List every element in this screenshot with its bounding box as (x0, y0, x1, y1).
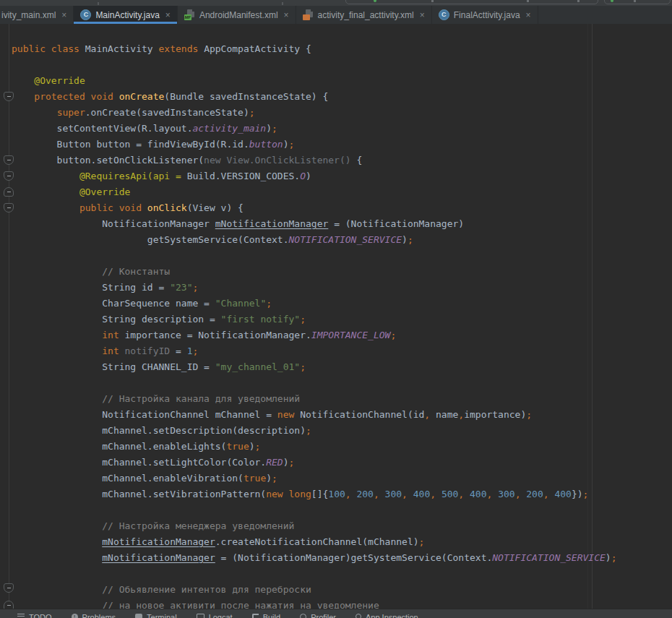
code-token: ; (272, 123, 277, 134)
code-token: ; (611, 552, 617, 563)
code-line[interactable]: getSystemService(Context.NOTIFICATION_SE… (12, 232, 672, 248)
code-token: @Override (12, 186, 130, 197)
code-line[interactable]: String description = "first notify"; (12, 312, 672, 327)
code-token: "my_channel_01" (215, 361, 300, 372)
code-line[interactable]: mNotificationManager.createNotificationC… (12, 534, 672, 550)
statusbar-item-terminal[interactable]: Terminal (135, 613, 177, 618)
code-token: // на новое активити после нажатия на ув… (12, 600, 379, 609)
code-token: 300 (498, 489, 514, 499)
code-token (12, 552, 102, 563)
code-token: int (12, 346, 125, 356)
problems-icon: ! (72, 614, 78, 618)
run-configuration-widget[interactable] (345, 0, 598, 4)
code-token: setContentView(R.layout. (12, 123, 192, 134)
code-token: new (277, 409, 294, 420)
code-line[interactable]: NotificationManager mNotificationManager… (12, 216, 672, 232)
code-token: // Обьявление интентов для переброски (12, 584, 311, 595)
code-line[interactable] (12, 502, 672, 518)
code-token: ; (390, 330, 396, 340)
code-token: 400 (470, 489, 486, 499)
tab-mainactivity-java[interactable]: CMainActivity.java× (74, 6, 178, 24)
code-line[interactable]: String id = "23"; (12, 280, 672, 296)
fold-marker-up[interactable] (4, 187, 14, 197)
code-line[interactable]: // Настройка канала для уведомлений (12, 391, 672, 407)
code-token: 500 (441, 489, 458, 499)
statusbar-item-build[interactable]: Build (252, 613, 280, 618)
code-line[interactable]: mChannel.setDescription(description); (12, 423, 672, 439)
code-token: new (266, 489, 283, 499)
ide-window: ivity_main.xml×CMainActivity.java×MFAndr… (0, 0, 672, 618)
code-line[interactable]: // Константы (12, 264, 672, 280)
code-line[interactable]: CharSequence name = "Channel"; (12, 296, 672, 312)
code-token: 200 (526, 489, 543, 499)
code-line[interactable]: mChannel.setVibrationPattern(new long[]{… (12, 486, 672, 502)
code-line[interactable] (12, 57, 672, 73)
statusbar-item-todo[interactable]: TODO (17, 613, 52, 618)
code-line[interactable]: public void onClick(View v) { (12, 200, 672, 216)
code-line[interactable]: int notifyID = 1; (12, 343, 672, 359)
logcat-icon (197, 614, 204, 618)
code-line[interactable]: mChannel.enableLights(true); (12, 439, 672, 455)
code-token: ; (192, 282, 198, 293)
tab-ivity-main-xml[interactable]: ivity_main.xml× (0, 6, 74, 24)
code-token: IMPORTANCE_LOW (311, 330, 391, 340)
statusbar-item-profiler[interactable]: Profiler (300, 613, 336, 618)
code-line[interactable]: protected void onCreate(Bundle savedInst… (12, 89, 672, 105)
close-icon[interactable]: × (165, 10, 171, 20)
code-line[interactable]: Button button = findViewById(R.id.button… (12, 137, 672, 153)
code-token: importance = NotificationManager. (125, 330, 311, 340)
code-line[interactable]: mChannel.setLightColor(Color.RED); (12, 455, 672, 471)
code-line[interactable]: super.onCreate(savedInstanceState); (12, 105, 672, 121)
code-line[interactable]: int importance = NotificationManager.IMP… (12, 327, 672, 343)
code-token: ) (283, 139, 289, 150)
code-token: String description = (12, 314, 221, 325)
tab-activity-final-acttivity-xml[interactable]: activity_final_acttivity.xml× (296, 6, 432, 24)
fold-marker-up[interactable] (4, 601, 14, 609)
code-token: long (289, 489, 311, 499)
code-editor[interactable]: public class MainActivity extends AppCom… (0, 24, 672, 609)
code-line[interactable]: @RequiresApi(api = Build.VERSION_CODES.O… (12, 168, 672, 184)
tab-androidmanifest-xml[interactable]: MFAndroidManifest.xml× (178, 6, 296, 24)
code-line[interactable]: setContentView(R.layout.activity_main); (12, 121, 672, 137)
code-line[interactable] (12, 566, 672, 582)
code-line[interactable]: NotificationChannel mChannel = new Notif… (12, 407, 672, 423)
code-line[interactable] (12, 248, 672, 264)
code-line[interactable]: String CHANNEL_ID = "my_channel_01"; (12, 359, 672, 375)
code-token: protected void (12, 91, 119, 102)
code-token: , (543, 489, 555, 499)
code-line[interactable]: // Настройка менеджера уведомлений (12, 518, 672, 534)
statusbar-item-label: Logcat (209, 613, 233, 618)
code-token: ; (583, 489, 589, 499)
code-line[interactable]: button.setOnClickListener(new View.OnCli… (12, 153, 672, 168)
code-line[interactable]: public class MainActivity extends AppCom… (12, 41, 672, 57)
statusbar-item-app-inspection[interactable]: App Inspection (356, 613, 418, 618)
statusbar-item-problems[interactable]: !Problems (72, 613, 116, 618)
code-token: @RequiresApi(api = (12, 171, 187, 181)
tab-finalacttivity-java[interactable]: CFinalActtivity.java× (432, 6, 538, 24)
code-line[interactable]: @Override (12, 73, 672, 89)
close-icon[interactable]: × (526, 10, 531, 20)
code-line[interactable] (12, 375, 672, 391)
close-icon[interactable]: × (61, 10, 66, 20)
code-line[interactable]: mNotificationManager = (NotificationMana… (12, 550, 672, 566)
device-widget[interactable] (604, 0, 671, 4)
code-token: , (458, 409, 464, 420)
code-line[interactable]: mChannel.enableVibration(true); (12, 471, 672, 486)
code-token: true (226, 441, 249, 452)
tab-label: activity_final_acttivity.xml (318, 10, 414, 20)
todo-icon (17, 614, 25, 618)
code-token: public class (12, 43, 85, 54)
code-token: NotificationManager (12, 218, 215, 229)
code-token: mChannel.setDescription(description) (12, 425, 306, 436)
close-icon[interactable]: × (284, 10, 289, 20)
code-token: 400 (554, 489, 571, 499)
widget-tick (431, 0, 434, 2)
code-line[interactable]: // на новое активити после нажатия на ув… (12, 598, 672, 609)
statusbar-item-logcat[interactable]: Logcat (197, 613, 233, 618)
code-line[interactable]: @Override (12, 184, 672, 200)
code-token: ) (249, 441, 255, 452)
close-icon[interactable]: × (420, 10, 425, 20)
code-token: name (430, 409, 458, 420)
code-line[interactable]: // Обьявление интентов для переброски (12, 582, 672, 598)
code-area[interactable]: public class MainActivity extends AppCom… (12, 41, 672, 609)
